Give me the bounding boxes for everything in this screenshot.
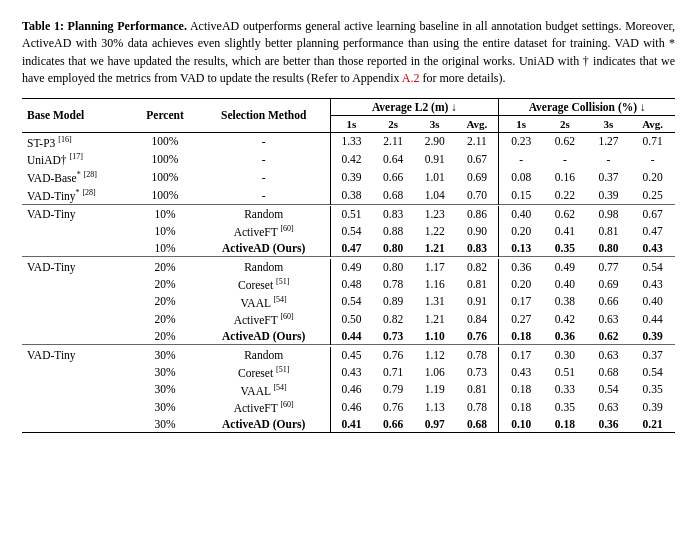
cell-c_1s: 0.15 — [499, 186, 543, 204]
table-row: VAD-Tiny20%Random0.490.801.170.820.360.4… — [22, 259, 675, 275]
table-title: Table 1: Planning Performance. — [22, 19, 187, 33]
appendix-link[interactable]: A.2 — [402, 71, 420, 85]
sub-col-2s: 2s — [543, 115, 587, 132]
cell-l2_1s: 0.41 — [330, 416, 372, 433]
cell-c_3s: 0.63 — [587, 310, 631, 328]
cell-l2_3s: 2.90 — [414, 132, 456, 150]
table-row: VAD-Base* [28]100%-0.390.661.010.690.080… — [22, 168, 675, 186]
cell-percent: 100% — [132, 150, 198, 168]
cell-c_3s: 0.62 — [587, 328, 631, 345]
cell-c_avg: 0.54 — [630, 259, 675, 275]
cell-l2_2s: 0.68 — [372, 186, 414, 204]
sub-l2-3s: 3s — [414, 115, 456, 132]
cell-l2_2s: 0.66 — [372, 168, 414, 186]
cell-percent: 100% — [132, 186, 198, 204]
table-row: 20%ActiveAD (Ours)0.440.731.100.760.180.… — [22, 328, 675, 345]
cell-c_3s: 0.77 — [587, 259, 631, 275]
planning-performance-table: Base Model Percent Selection Method Aver… — [22, 98, 675, 434]
cell-c_avg: 0.39 — [630, 398, 675, 416]
cell-l2_avg: 0.81 — [456, 275, 499, 293]
cell-l2_avg: 0.70 — [456, 186, 499, 204]
cell-percent: 100% — [132, 168, 198, 186]
cell-c_3s: 0.37 — [587, 168, 631, 186]
cell-l2_3s: 0.91 — [414, 150, 456, 168]
cell-model — [22, 293, 132, 311]
cell-model: UniAD† [17] — [22, 150, 132, 168]
table-row: UniAD† [17]100%-0.420.640.910.67---- — [22, 150, 675, 168]
cell-l2_avg: 0.81 — [456, 381, 499, 399]
cell-l2_avg: 0.78 — [456, 398, 499, 416]
sub-l2-avg: Avg. — [456, 115, 499, 132]
cell-c_1s: 0.36 — [499, 259, 543, 275]
cell-c_2s: 0.51 — [543, 363, 587, 381]
cell-l2_avg: 0.68 — [456, 416, 499, 433]
cell-c_2s: 0.42 — [543, 310, 587, 328]
cell-method: ActiveAD (Ours) — [198, 416, 330, 433]
cell-c_3s: 0.63 — [587, 347, 631, 363]
cell-c_avg: 0.21 — [630, 416, 675, 433]
cell-percent: 30% — [132, 416, 198, 433]
cell-c_1s: 0.20 — [499, 275, 543, 293]
col-header-avg-l2: Average L2 (m) ↓ — [330, 98, 499, 115]
cell-c_2s: 0.35 — [543, 240, 587, 257]
cell-l2_1s: 0.50 — [330, 310, 372, 328]
cell-percent: 20% — [132, 293, 198, 311]
cell-c_2s: 0.41 — [543, 222, 587, 240]
sub-l2-2s: 2s — [372, 115, 414, 132]
cell-c_1s: 0.18 — [499, 398, 543, 416]
cell-l2_avg: 0.69 — [456, 168, 499, 186]
col-header-base-model: Base Model — [22, 98, 132, 132]
cell-c_1s: - — [499, 150, 543, 168]
sub-col-1s: 1s — [499, 115, 543, 132]
cell-model — [22, 381, 132, 399]
cell-c_3s: 0.80 — [587, 240, 631, 257]
cell-l2_3s: 1.31 — [414, 293, 456, 311]
cell-percent: 20% — [132, 310, 198, 328]
cell-percent: 20% — [132, 275, 198, 293]
caption: Table 1: Planning Performance. ActiveAD … — [22, 18, 675, 88]
cell-c_1s: 0.18 — [499, 328, 543, 345]
cell-l2_3s: 1.13 — [414, 398, 456, 416]
cell-c_3s: 0.63 — [587, 398, 631, 416]
cell-c_2s: 0.40 — [543, 275, 587, 293]
cell-l2_avg: 0.84 — [456, 310, 499, 328]
cell-percent: 10% — [132, 206, 198, 222]
cell-c_2s: 0.49 — [543, 259, 587, 275]
cell-l2_avg: 0.82 — [456, 259, 499, 275]
cell-c_3s: 0.98 — [587, 206, 631, 222]
cell-l2_avg: 0.78 — [456, 347, 499, 363]
cell-c_2s: 0.38 — [543, 293, 587, 311]
cell-c_2s: 0.33 — [543, 381, 587, 399]
sub-l2-1s: 1s — [330, 115, 372, 132]
cell-model: VAD-Base* [28] — [22, 168, 132, 186]
table-row: 30%ActiveFT [60]0.460.761.130.780.180.35… — [22, 398, 675, 416]
table-header-row: Base Model Percent Selection Method Aver… — [22, 98, 675, 115]
cell-c_3s: 0.69 — [587, 275, 631, 293]
cell-c_1s: 0.17 — [499, 347, 543, 363]
cell-c_avg: 0.67 — [630, 206, 675, 222]
table-row: 10%ActiveFT [60]0.540.881.220.900.200.41… — [22, 222, 675, 240]
cell-c_1s: 0.43 — [499, 363, 543, 381]
cell-c_2s: 0.16 — [543, 168, 587, 186]
cell-c_1s: 0.23 — [499, 132, 543, 150]
cell-l2_avg: 0.91 — [456, 293, 499, 311]
cell-c_avg: 0.43 — [630, 240, 675, 257]
cell-c_2s: 0.35 — [543, 398, 587, 416]
cell-model — [22, 398, 132, 416]
table-row: 10%ActiveAD (Ours)0.470.801.210.830.130.… — [22, 240, 675, 257]
cell-l2_avg: 0.76 — [456, 328, 499, 345]
cell-l2_3s: 0.97 — [414, 416, 456, 433]
col-header-percent: Percent — [132, 98, 198, 132]
table-row: 20%Coreset [51]0.480.781.160.810.200.400… — [22, 275, 675, 293]
table-row: ST-P3 [16]100%-1.332.112.902.110.230.621… — [22, 132, 675, 150]
cell-l2_2s: 0.76 — [372, 347, 414, 363]
cell-l2_1s: 0.51 — [330, 206, 372, 222]
cell-c_avg: 0.43 — [630, 275, 675, 293]
cell-l2_1s: 0.54 — [330, 293, 372, 311]
cell-c_1s: 0.27 — [499, 310, 543, 328]
cell-method: - — [198, 186, 330, 204]
cell-model — [22, 416, 132, 433]
cell-l2_3s: 1.23 — [414, 206, 456, 222]
cell-l2_2s: 0.79 — [372, 381, 414, 399]
cell-c_3s: 0.81 — [587, 222, 631, 240]
